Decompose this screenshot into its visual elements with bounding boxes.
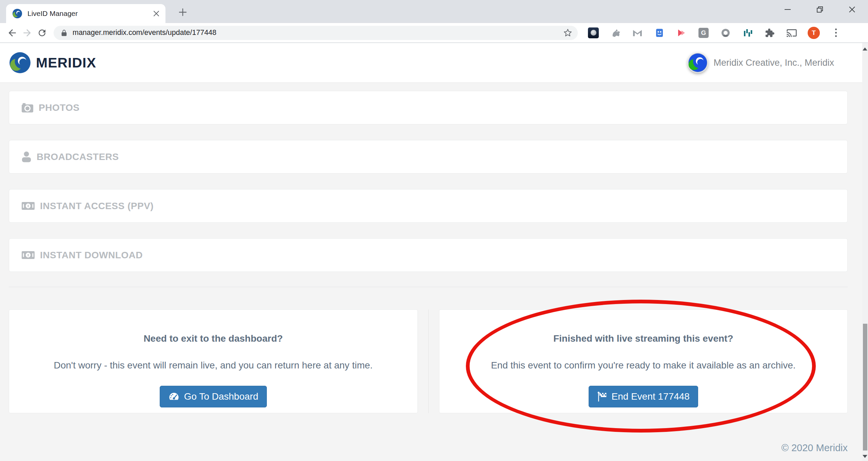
puzzle-extensions-icon[interactable] — [763, 26, 776, 40]
url-text[interactable]: manager.meridix.com/events/update/177448 — [73, 28, 558, 37]
extensions-row: G T — [587, 26, 843, 40]
restore-icon[interactable] — [804, 0, 836, 19]
flag-checkered-icon — [597, 391, 607, 402]
g-extension-icon[interactable]: G — [697, 26, 710, 40]
end-event-button[interactable]: End Event 177448 — [589, 386, 698, 407]
section-label: INSTANT DOWNLOAD — [40, 250, 143, 261]
section-instant-download[interactable]: INSTANT DOWNLOAD — [9, 238, 848, 272]
browser-window: LiveID Manager — [0, 0, 868, 461]
site-header: MERIDIX Meridix Creative, Inc., Meridix — [0, 43, 868, 83]
play-extension-icon[interactable] — [675, 26, 688, 40]
section-label: BROADCASTERS — [37, 152, 119, 162]
forward-icon[interactable] — [20, 25, 35, 40]
bottom-cards-row: Need to exit to the dashboard? Don't wor… — [9, 309, 848, 413]
lock-icon — [60, 29, 68, 37]
meridix-logo-icon — [9, 52, 31, 74]
dashboard-card-heading: Need to exit to the dashboard? — [9, 333, 417, 344]
reload-icon[interactable] — [35, 25, 50, 40]
money-bill-icon — [21, 201, 35, 211]
end-event-card-heading: Finished with live streaming this event? — [439, 333, 848, 344]
meridix-favicon — [12, 8, 22, 19]
camera-icon — [21, 102, 34, 113]
close-icon[interactable] — [836, 0, 868, 19]
minimize-icon[interactable] — [771, 0, 804, 19]
section-label: INSTANT ACCESS (PPV) — [40, 201, 154, 212]
footer-copyright: © 2020 Meridix — [9, 442, 848, 454]
page-content: PHOTOS BROADCASTERS INSTANT ACCESS (PPV) — [0, 83, 868, 454]
account-name: Meridix Creative, Inc., Meridix — [713, 58, 834, 68]
browser-tab[interactable]: LiveID Manager — [6, 4, 165, 23]
go-to-dashboard-label: Go To Dashboard — [184, 391, 258, 402]
browser-toolbar: manager.meridix.com/events/update/177448… — [0, 23, 868, 43]
g-extension-label: G — [698, 28, 709, 38]
section-label: PHOTOS — [39, 102, 80, 113]
account-avatar — [688, 53, 708, 73]
ring-extension-icon[interactable] — [719, 26, 732, 40]
end-event-card-body: End this event to confirm you're ready t… — [439, 360, 848, 371]
divider — [9, 287, 848, 287]
scrollbar-thumb[interactable] — [863, 324, 867, 450]
gmail-extension-icon[interactable] — [631, 26, 644, 40]
go-to-dashboard-button[interactable]: Go To Dashboard — [160, 386, 267, 407]
dog-extension-icon[interactable] — [609, 26, 622, 40]
address-bar[interactable]: manager.meridix.com/events/update/177448 — [54, 26, 578, 40]
meridix-logo[interactable]: MERIDIX — [9, 52, 96, 74]
cast-icon[interactable] — [785, 26, 798, 40]
tachometer-icon — [168, 392, 180, 402]
end-event-label: End Event 177448 — [612, 391, 690, 402]
kebab-menu-icon[interactable] — [829, 26, 843, 40]
tab-title: LiveID Manager — [27, 9, 147, 18]
tab-close-icon[interactable] — [153, 10, 160, 17]
section-broadcasters[interactable]: BROADCASTERS — [9, 140, 848, 174]
dashboard-card-body: Don't worry - this event will remain liv… — [9, 360, 417, 371]
user-icon — [21, 151, 32, 162]
money-bill-icon — [21, 250, 35, 260]
account-menu[interactable]: Meridix Creative, Inc., Meridix — [688, 53, 834, 73]
new-tab-button[interactable] — [175, 4, 191, 20]
brand-name: MERIDIX — [36, 55, 96, 71]
scroll-down-icon[interactable] — [863, 455, 867, 458]
dashboard-card: Need to exit to the dashboard? Don't wor… — [9, 309, 418, 413]
profile-initial: T — [808, 27, 820, 39]
tag-extension-icon[interactable] — [653, 26, 666, 40]
window-controls — [771, 0, 868, 19]
bars-extension-icon[interactable] — [741, 26, 754, 40]
bookmark-star-icon[interactable] — [563, 28, 572, 37]
page-viewport: MERIDIX Meridix Creative, Inc., Meridix — [0, 43, 868, 461]
back-icon[interactable] — [5, 25, 20, 40]
tab-strip: LiveID Manager — [0, 0, 868, 23]
profile-avatar[interactable]: T — [807, 26, 821, 40]
section-photos[interactable]: PHOTOS — [9, 91, 848, 124]
section-instant-access[interactable]: INSTANT ACCESS (PPV) — [9, 189, 848, 223]
end-event-card: Finished with live streaming this event?… — [439, 309, 848, 413]
moon-extension-icon[interactable] — [587, 26, 600, 40]
page-scrollbar[interactable] — [862, 43, 868, 461]
scroll-up-icon[interactable] — [863, 47, 867, 51]
